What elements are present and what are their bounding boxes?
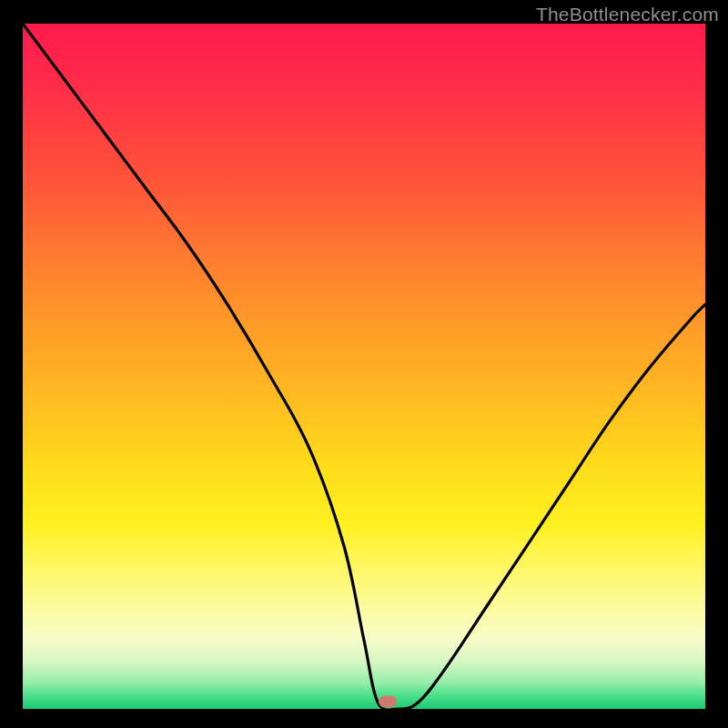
bottleneck-curve: [23, 24, 705, 709]
chart-frame: TheBottlenecker.com: [0, 0, 728, 728]
optimal-marker: [379, 696, 397, 708]
attribution-text: TheBottlenecker.com: [536, 4, 719, 25]
plot-area: [23, 24, 705, 709]
